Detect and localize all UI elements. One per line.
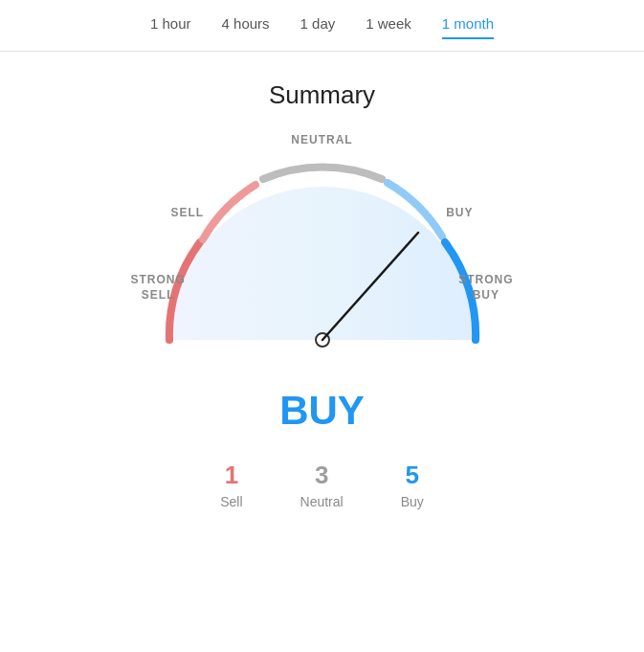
stat-buy-label: Buy (401, 494, 424, 509)
gauge-labels: NEUTRAL SELL BUY STRONGSELL STRONGBUY (122, 129, 523, 378)
stat-buy-value: 5 (406, 461, 419, 490)
stat-neutral-label: Neutral (300, 494, 344, 509)
stat-neutral-value: 3 (315, 461, 328, 490)
time-period-tabs: 1 hour 4 hours 1 day 1 week 1 month (0, 0, 644, 52)
tab-1m[interactable]: 1 month (442, 15, 494, 39)
label-buy: BUY (446, 206, 473, 219)
stat-sell-value: 1 (225, 461, 238, 490)
stat-neutral: 3 Neutral (300, 461, 344, 509)
label-sell: SELL (171, 206, 205, 219)
tab-4h[interactable]: 4 hours (222, 15, 270, 39)
tab-1h[interactable]: 1 hour (150, 15, 191, 39)
tab-1d[interactable]: 1 day (300, 15, 336, 39)
stat-sell: 1 Sell (220, 461, 242, 509)
stats-row: 1 Sell 3 Neutral 5 Buy (220, 461, 424, 509)
summary-section: Summary (0, 52, 644, 509)
gauge-widget: NEUTRAL SELL BUY STRONGSELL STRONGBUY (122, 129, 523, 378)
stat-sell-label: Sell (220, 494, 242, 509)
label-neutral: NEUTRAL (291, 133, 352, 146)
result-label: BUY (279, 388, 365, 434)
label-strong-sell: STRONGSELL (131, 273, 186, 303)
stat-buy: 5 Buy (401, 461, 424, 509)
label-strong-buy: STRONGBUY (458, 273, 513, 303)
summary-title: Summary (269, 80, 375, 110)
tab-1w[interactable]: 1 week (366, 15, 411, 39)
